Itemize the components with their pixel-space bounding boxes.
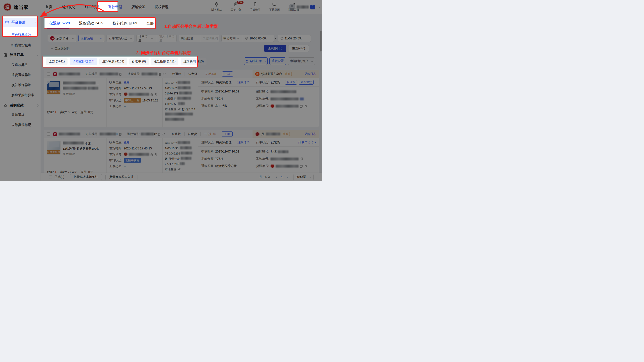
status-chip-all[interactable]: 全部 (5741) [46, 58, 68, 65]
copy-icon[interactable] [118, 132, 122, 136]
batch-edit-local-note-button[interactable]: 批量修改本地备注 [70, 174, 102, 180]
purchase-log-link[interactable]: 采购日志 [304, 132, 316, 136]
date-start-input[interactable]: 10-08 00:00: [245, 35, 267, 42]
track-location-icon[interactable] [155, 93, 158, 96]
refresh-icon[interactable] [163, 72, 166, 76]
edit-icon[interactable] [178, 168, 181, 171]
sidebar-item-unbind-purchase-abnormal[interactable]: 解绑采购单异常 [12, 93, 34, 97]
redacted-tracking-no [129, 93, 149, 96]
cloud-order-text: 云仓订单 [204, 72, 216, 76]
refund-settings-button[interactable]: 退款设置 [270, 58, 286, 65]
custom-edit-button[interactable]: ＋ 自定义编辑 [48, 45, 72, 52]
refresh-icon[interactable] [162, 132, 165, 136]
sidebar-item-purchase-refund[interactable]: 采购退款 [12, 113, 24, 117]
track-location-icon[interactable] [304, 164, 307, 168]
copy-icon[interactable] [300, 157, 303, 160]
copy-icon[interactable] [158, 132, 161, 136]
refund-only-tag[interactable]: 仅退款 [285, 80, 297, 84]
edit-icon[interactable] [178, 108, 181, 111]
nav-authorization[interactable]: 授权管理 [154, 5, 168, 10]
nav-shop-settings[interactable]: 店铺设置 [131, 5, 145, 10]
sidebar-item-exchange-warranty-abnormal[interactable]: 换补维保异常 [12, 83, 31, 87]
order-info-input[interactable]: 输入订单信息 [159, 34, 176, 42]
sidebar-item-platform-order-refund[interactable]: 平台订单退款 [12, 33, 31, 37]
track-location-icon[interactable] [304, 104, 307, 108]
work-order-button[interactable]: 工单 [222, 72, 233, 77]
order-checkbox[interactable] [47, 132, 50, 136]
active-tab-indicator [47, 28, 70, 29]
tab-all[interactable]: 全部 [146, 21, 154, 26]
status-chip-processing[interactable]: 处理中 (0) [129, 58, 149, 65]
sidebar-item-return-refund-abnormal[interactable]: 退货退款异常 [12, 73, 31, 77]
status-chip-refund-rejected[interactable]: 退款拒绝 (1411) [151, 58, 178, 65]
select-all-checkbox[interactable] [49, 176, 52, 179]
work-order-button[interactable]: 工单 [222, 132, 232, 137]
platform-select[interactable]: JD 京东平台 [48, 34, 76, 42]
apply-time-field-select[interactable]: 申请时间 [222, 35, 240, 42]
return-refund-tag[interactable]: 退货退款 [299, 80, 314, 84]
version-benefits-button[interactable]: 版本权益 [210, 2, 223, 12]
product-image[interactable]: 待商家处理 [47, 141, 60, 154]
refund-type-tabs: 仅退款 5729 退货退款 2429 换补维保 ? 69 全部 [44, 18, 155, 28]
nav-home[interactable]: 首页 [45, 5, 52, 10]
order-info-field-select[interactable]: 订单信息 [136, 35, 154, 42]
next-page-button[interactable]: › [287, 175, 288, 179]
tab-return-refund[interactable]: 退货退款 2429 [79, 21, 104, 26]
status-chip-refund-closed[interactable]: 退款关闭 (213) [180, 58, 207, 65]
help-icon[interactable]: ? [129, 22, 132, 25]
nav-order-management[interactable]: 订单管理 [85, 5, 99, 10]
copy-icon[interactable] [119, 72, 122, 76]
copy-icon[interactable] [150, 153, 154, 156]
jd-logo-icon: JD [53, 132, 57, 136]
order-checkbox[interactable] [47, 72, 50, 76]
track-location-icon[interactable] [155, 153, 158, 156]
sort-order-select[interactable]: 申请时间倒序 [288, 58, 315, 65]
view-receiver-link[interactable]: 查看 [124, 140, 130, 144]
product-info-field-select[interactable]: 商品信息 [179, 35, 198, 42]
copy-icon[interactable] [300, 164, 303, 168]
user-menu[interactable]: 主 [289, 4, 320, 10]
redacted-shop-name [59, 72, 80, 76]
export-orders-button[interactable]: 导出订单 [244, 58, 268, 65]
nav-refund-management[interactable]: 退款管理 [108, 5, 122, 10]
chevron-down-icon [100, 37, 102, 39]
tab-refund-only[interactable]: 仅退款 5729 [49, 21, 70, 26]
copy-icon[interactable] [300, 104, 303, 108]
download-desktop-button[interactable]: 下载桌面 [268, 2, 281, 12]
refund-status-value: 待商家处理 [216, 80, 232, 84]
product-info-input[interactable]: 关键词查询 [202, 36, 218, 40]
status-chip-refund-complete[interactable]: 退款完成 (4103) [99, 58, 127, 65]
sidebar-group-abnormal-orders[interactable]: 异常订单 [3, 52, 38, 57]
order-detail-link[interactable]: 订单详情 [298, 140, 310, 144]
view-receiver-link[interactable]: 查看 [124, 80, 130, 84]
page-size-select[interactable]: 20条/页 [293, 174, 314, 180]
nav-listing-optimize[interactable]: 铺货优化 [62, 5, 76, 10]
sidebar-group-platform-aftersales[interactable]: 平台售后 [2, 18, 38, 27]
status-chip-pending-merchant[interactable]: 待商家处理 (14) [70, 58, 97, 65]
batch-edit-seller-note-button[interactable]: 批量修改卖家备注 [106, 174, 138, 180]
sidebar-item-refund-only-abnormal[interactable]: 仅退款异常 [12, 63, 28, 67]
scrollbar[interactable] [320, 31, 322, 52]
ship-status-select[interactable]: 订单发货状态 [106, 34, 134, 42]
search-button[interactable]: 查询(回车) [264, 45, 286, 52]
brand-logo-icon: 速 [4, 3, 12, 11]
copy-icon[interactable] [158, 72, 162, 76]
mobile-login-button[interactable]: 手机登录 [248, 2, 262, 12]
tab-exchange-warranty[interactable]: 换补维保 ? 69 [113, 21, 137, 26]
date-end-input[interactable]: 11-07 23:59: [278, 34, 311, 42]
reset-button[interactable]: 重置(esc) [288, 45, 309, 52]
prev-page-button[interactable]: ‹ [276, 175, 277, 179]
shop-select[interactable]: 全部店铺 [78, 34, 104, 42]
order-info-label: 订单信息 [138, 34, 150, 42]
sidebar-item-remove-abnormal-mark[interactable]: 去除异常标记 [12, 123, 31, 127]
refund-detail-link[interactable]: 退款详情 [238, 80, 250, 84]
refund-detail-link[interactable]: 退款详情 [238, 140, 250, 144]
sidebar-group-purchase-refund[interactable]: 采购退款 [3, 103, 38, 108]
help-icon[interactable]: ? [312, 141, 316, 144]
sidebar-item-scan-return-parcel[interactable]: 扫描退货包裹 [12, 43, 31, 47]
ticket-center-button[interactable]: 99+ 工单中心 [229, 2, 242, 12]
product-image[interactable]: 待商家处理 [47, 81, 60, 94]
copy-icon[interactable] [150, 93, 154, 96]
paid-label: 实收: [60, 110, 67, 114]
purchase-log-link[interactable]: 采购日志 [304, 72, 316, 76]
